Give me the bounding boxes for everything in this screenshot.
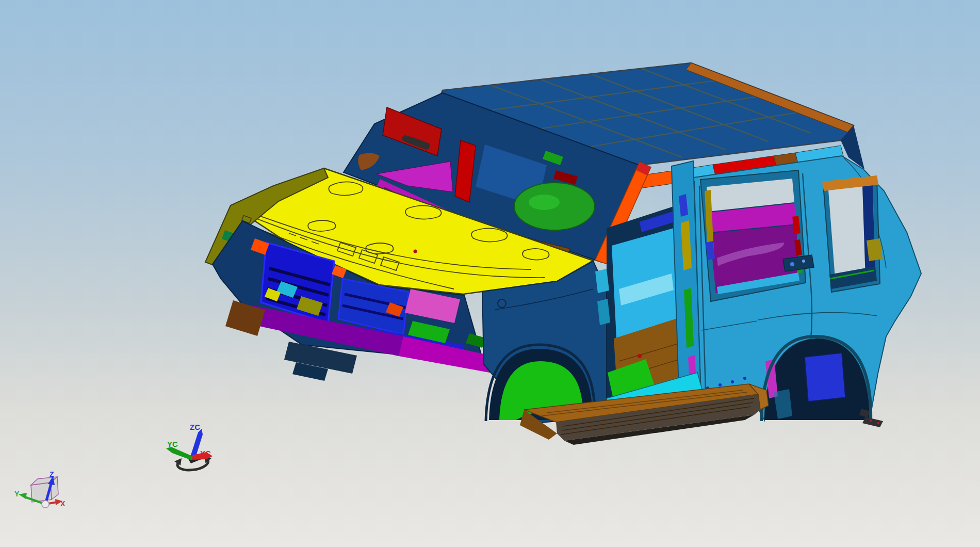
wcs-y-label: YC (167, 440, 178, 448)
quarter-window-plate-olive (867, 238, 883, 261)
absolute-triad: Z Y X (14, 470, 66, 508)
abs-x-label: X (60, 500, 66, 508)
floor-red-dot (638, 354, 642, 358)
quarter-window[interactable] (822, 175, 883, 292)
abs-y-arrowhead (19, 493, 27, 499)
triad-cube (31, 477, 58, 502)
abs-z-label: Z (50, 470, 54, 478)
wcs-z-label: ZC (190, 423, 200, 431)
rear-door-window[interactable] (700, 170, 806, 301)
cad-application-window: ZC YC XC Z Y X (0, 0, 980, 547)
wheelhouse-bracket-blue[interactable] (805, 353, 845, 401)
hood-marker-dot (414, 250, 417, 253)
wcs-triad[interactable]: ZC YC XC (166, 423, 213, 470)
body-in-white-model[interactable]: ZC YC XC Z Y X (0, 0, 980, 547)
abs-origin-sphere (42, 501, 49, 508)
wcs-y-axis[interactable] (166, 447, 192, 460)
wcs-x-label: XC (200, 449, 211, 458)
tunnel-highlight (529, 195, 560, 210)
abs-y-label: Y (14, 490, 20, 498)
